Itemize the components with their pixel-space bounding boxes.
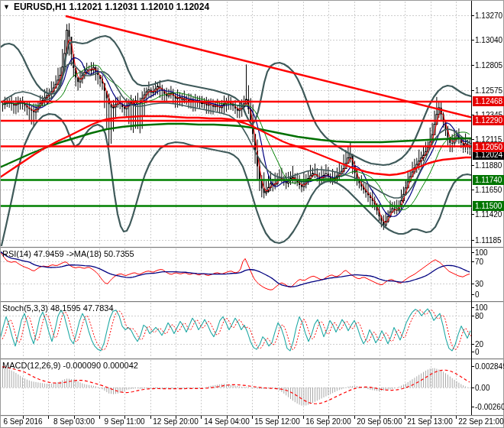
- price-tick-label: 1.13270: [475, 11, 504, 20]
- stoch-indicator-label: Stoch(5,3,3) 48.1595 47.7834: [2, 303, 114, 313]
- time-tick-label: 15 Sep 12:00: [252, 417, 302, 426]
- price-tick-label: 70: [475, 258, 504, 266]
- price-tick-label: 0: [475, 290, 504, 299]
- price-tick-label: 1.12575: [475, 86, 504, 95]
- price-tick-label: 100: [475, 248, 504, 257]
- time-tick-label: 21 Sep 13:00: [405, 417, 455, 426]
- time-tick-label: 16 Sep 20:00: [303, 417, 354, 426]
- time-tick-label: 9 Sep 11:00: [99, 417, 150, 426]
- time-tick-label: 22 Sep 21:00: [456, 417, 504, 426]
- price-tick-label: 1.13040: [475, 36, 504, 44]
- price-level-badge-res: 1.12050: [473, 142, 504, 152]
- price-tick-label: 1.11650: [475, 186, 504, 194]
- price-tick-label: 1.11880: [475, 161, 504, 170]
- symbol-dropdown-icon[interactable]: ▼: [3, 3, 10, 11]
- price-tick-label: 80: [475, 312, 504, 320]
- price-tick-label: 100: [475, 303, 504, 312]
- time-tick-label: 14 Sep 04:00: [202, 417, 252, 426]
- price-level-badge-res: 1.12468: [473, 96, 504, 106]
- time-tick-label: 20 Sep 05:00: [354, 417, 405, 426]
- price-level-badge-sup: 1.11740: [473, 175, 504, 185]
- price-tick-label: 0.00: [475, 384, 504, 392]
- rsi-indicator-label: RSI(14) 47.9459 ->MA(18) 50.7355: [2, 249, 134, 258]
- price-tick-label: 1.12805: [475, 61, 504, 70]
- symbol-ohlc-title: EURUSD,H1 1.12021 1.12031 1.12010 1.1202…: [14, 2, 209, 12]
- price-tick-label: 30: [475, 280, 504, 288]
- price-tick-label: -0.002605: [475, 403, 504, 411]
- chart-title-bar: ▼EURUSD,H1 1.12021 1.12031 1.12010 1.120…: [3, 2, 209, 12]
- price-tick-label: 0.002849: [475, 362, 504, 371]
- price-tick-label: 1.11420: [475, 210, 504, 219]
- price-tick-label: 0: [475, 348, 504, 356]
- macd-indicator-label: MACD(12,26,9) -0.000090 0.000042: [2, 361, 138, 370]
- time-tick-label: 8 Sep 03:00: [49, 417, 99, 426]
- price-level-badge-res: 1.12290: [473, 115, 504, 125]
- time-tick-label: 6 Sep 2016: [0, 417, 48, 426]
- time-tick-label: 12 Sep 20:00: [150, 417, 201, 426]
- chart-window: ▼EURUSD,H1 1.12021 1.12031 1.12010 1.120…: [0, 0, 504, 428]
- price-tick-label: 1.11185: [475, 236, 504, 245]
- price-level-badge-sup: 1.11500: [473, 201, 504, 211]
